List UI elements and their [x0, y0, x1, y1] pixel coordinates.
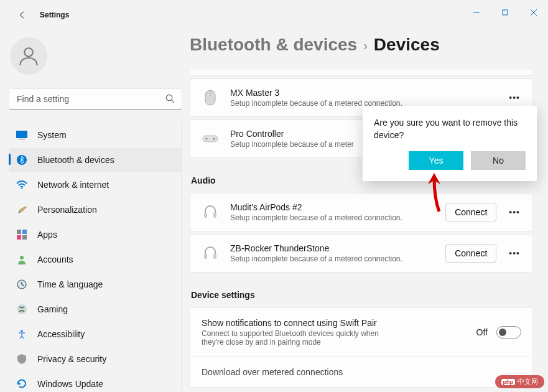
sidebar-item-bluetooth[interactable]: Bluetooth & devices [9, 148, 182, 172]
avatar[interactable] [10, 37, 47, 75]
nav-label: System [37, 130, 67, 140]
titlebar: Settings [0, 0, 548, 30]
svg-rect-26 [204, 254, 207, 259]
shield-icon [16, 353, 27, 365]
svg-rect-25 [213, 213, 216, 218]
svg-rect-7 [16, 131, 27, 138]
sidebar-item-accounts[interactable]: Accounts [9, 248, 182, 271]
section-device-settings: Device settings [191, 290, 533, 300]
bluetooth-icon [16, 154, 27, 166]
close-button[interactable] [519, 2, 548, 22]
more-button[interactable]: ••• [505, 207, 524, 217]
svg-point-10 [21, 188, 22, 189]
more-button[interactable]: ••• [505, 93, 524, 103]
maximize-button[interactable] [491, 2, 519, 22]
sidebar-item-system[interactable]: System [9, 123, 182, 147]
nav-label: Time & language [37, 279, 103, 289]
more-button[interactable]: ••• [505, 248, 524, 258]
sidebar: System Bluetooth & devices Network & int… [0, 30, 190, 392]
php-icon: php [501, 379, 516, 385]
svg-point-23 [213, 138, 215, 140]
nav-label: Privacy & security [37, 354, 106, 364]
swift-pair-toggle[interactable] [496, 326, 521, 338]
brush-icon [16, 204, 27, 215]
svg-rect-13 [17, 235, 21, 240]
svg-line-6 [172, 100, 174, 103]
svg-rect-27 [213, 254, 216, 259]
device-status: Setup incomplete because of a metered co… [230, 254, 445, 263]
nav-label: Gaming [37, 304, 68, 314]
accessibility-icon [16, 329, 27, 340]
sidebar-item-personalization[interactable]: Personalization [9, 198, 182, 222]
dialog-text: Are you sure you want to remove this dev… [374, 117, 526, 141]
nav-label: Apps [37, 230, 57, 240]
chevron-right-icon: › [363, 39, 368, 52]
setting-desc: Connect to supported Bluetooth devices q… [202, 329, 401, 347]
nav-label: Accessibility [37, 329, 85, 339]
breadcrumb: Bluetooth & devices›Devices [190, 35, 533, 55]
dialog-no-button[interactable]: No [471, 151, 526, 170]
svg-point-22 [206, 138, 208, 140]
headphones-icon [202, 245, 219, 262]
system-icon [16, 129, 27, 141]
device-name: ZB-Rocker ThunderStone [230, 243, 445, 253]
nav-label: Accounts [37, 254, 73, 264]
setting-title: Show notifications to connect using Swif… [202, 318, 476, 328]
sidebar-item-update[interactable]: Windows Update [9, 372, 182, 392]
svg-rect-11 [17, 230, 21, 234]
sidebar-item-privacy[interactable]: Privacy & security [9, 347, 182, 371]
update-icon [16, 378, 27, 390]
sidebar-item-gaming[interactable]: Gaming [9, 297, 182, 321]
xbox-icon [16, 304, 27, 315]
svg-point-4 [24, 48, 33, 57]
svg-rect-14 [22, 235, 27, 240]
svg-rect-12 [22, 230, 27, 234]
content: Bluetooth & devices›Devices MX Master 3 … [190, 30, 548, 392]
minimize-button[interactable] [462, 2, 491, 22]
svg-point-15 [20, 256, 24, 259]
device-status: Setup incomplete because of a metered co… [230, 213, 445, 222]
metered-setting[interactable]: Download over metered connections [190, 357, 533, 388]
svg-point-18 [21, 330, 23, 332]
dialog-yes-button[interactable]: Yes [409, 151, 463, 170]
device-card-thunderstone[interactable]: ZB-Rocker ThunderStone Setup incomplete … [190, 234, 533, 273]
apps-icon [16, 229, 27, 240]
window-controls [462, 7, 548, 22]
nav-label: Windows Update [37, 379, 103, 389]
nav-label: Network & internet [37, 180, 109, 190]
wifi-icon [16, 179, 27, 190]
clock-icon [16, 279, 27, 290]
search-wrap [9, 88, 182, 110]
sidebar-item-accessibility[interactable]: Accessibility [9, 322, 182, 346]
person-icon [16, 254, 27, 265]
sidebar-item-time[interactable]: Time & language [9, 273, 182, 296]
breadcrumb-current: Devices [374, 35, 440, 54]
mouse-icon [202, 89, 219, 106]
svg-rect-21 [203, 136, 218, 142]
svg-point-5 [166, 95, 172, 100]
sidebar-item-network[interactable]: Network & internet [9, 173, 182, 197]
svg-rect-24 [204, 213, 207, 218]
swift-pair-setting[interactable]: Show notifications to connect using Swif… [190, 307, 533, 357]
back-button[interactable] [15, 7, 30, 22]
sidebar-item-apps[interactable]: Apps [9, 223, 182, 246]
watermark: php 中文网 [495, 375, 545, 388]
toggle-state: Off [476, 327, 488, 337]
nav-label: Personalization [37, 205, 97, 215]
svg-point-17 [17, 304, 27, 314]
connect-button[interactable]: Connect [445, 244, 496, 263]
connect-button[interactable]: Connect [445, 203, 496, 222]
breadcrumb-parent[interactable]: Bluetooth & devices [190, 35, 357, 54]
device-card-airpods[interactable]: Mudit's AirPods #2 Setup incomplete beca… [190, 193, 533, 231]
headphones-icon [202, 203, 219, 221]
search-icon [165, 94, 175, 103]
nav-label: Bluetooth & devices [37, 155, 114, 165]
card-edge [190, 70, 533, 76]
remove-device-dialog: Are you sure you want to remove this dev… [363, 106, 537, 181]
device-name: Mudit's AirPods #2 [230, 202, 445, 212]
device-name: MX Master 3 [230, 88, 505, 98]
svg-rect-8 [19, 139, 25, 139]
controller-icon [202, 130, 219, 147]
search-input[interactable] [9, 88, 182, 110]
window-title: Settings [40, 11, 69, 19]
